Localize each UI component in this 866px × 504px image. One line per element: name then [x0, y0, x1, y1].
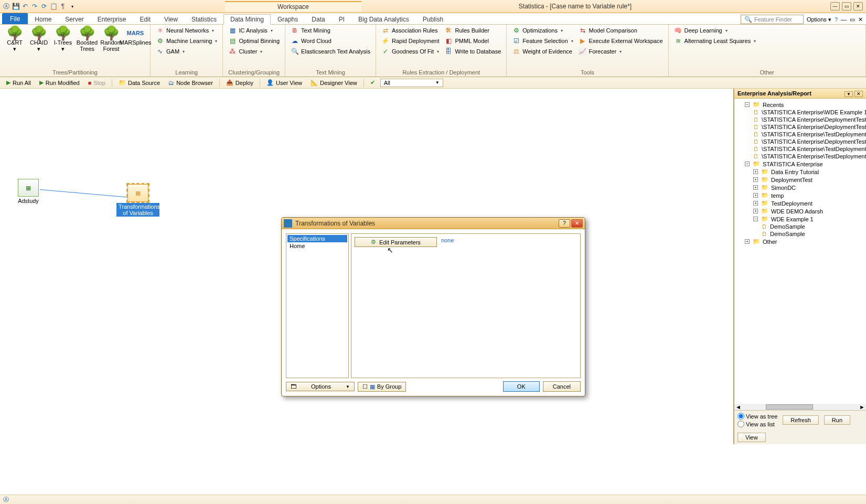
write-db-button[interactable]: 🗄Write to Database [442, 47, 503, 56]
node-adstudy[interactable]: ▦ Adstudy [18, 179, 39, 204]
association-rules-button[interactable]: ⇄Association Rules [379, 26, 442, 35]
feature-selection-button[interactable]: ☑Feature Selection▾ [510, 36, 575, 46]
chaid-button[interactable]: 🌳CHAID▾ [27, 26, 50, 53]
view-as-tree-radio[interactable]: View as tree [737, 413, 777, 420]
parameters-value[interactable]: none [441, 237, 454, 243]
dialog-help-button[interactable]: ? [559, 219, 570, 228]
optimizations-button[interactable]: ⚙Optimizations▾ [510, 26, 575, 35]
rapid-deployment-button[interactable]: ⚡Rapid Deployment [379, 36, 442, 46]
workspace-canvas[interactable]: ▦ Adstudy ▦ Transformations of Variables… [0, 89, 734, 444]
edit-parameters-button[interactable]: ⚙ Edit Parameters [355, 237, 437, 247]
optimal-binning-button[interactable]: ▤Optimal Binning [226, 36, 282, 46]
run-modified-button[interactable]: ▶Run Modified [36, 79, 83, 87]
doc-close-icon[interactable]: ✕ [858, 16, 863, 23]
model-comparison-button[interactable]: ⇆Model Comparison [576, 26, 665, 35]
tab-enterprise[interactable]: Enterprise [91, 14, 133, 24]
tree-recent-item[interactable]: \STATISTICA Enterprise\TestDeployment\M [753, 131, 864, 138]
undo-icon[interactable]: ↶ [21, 2, 29, 10]
tab-data[interactable]: Data [305, 14, 332, 24]
tab-server[interactable]: Server [58, 14, 90, 24]
scroll-thumb[interactable] [766, 404, 813, 410]
workspace-context-tab[interactable]: Workspace [225, 1, 361, 12]
forecaster-button[interactable]: 📈Forecaster▾ [576, 47, 665, 56]
enterprise-tree[interactable]: −Recents \STATISTICA Enterprise\WDE Exam… [734, 99, 866, 404]
tab-data-mining[interactable]: Data Mining [223, 14, 271, 25]
pmml-button[interactable]: ◧PMML Model [442, 36, 503, 46]
tree-folder-item[interactable]: +temp [753, 191, 864, 199]
collapse-icon[interactable]: − [745, 102, 750, 107]
save-icon[interactable]: 💾 [12, 2, 20, 10]
cancel-button[interactable]: Cancel [543, 381, 581, 392]
expand-icon[interactable]: + [753, 193, 758, 198]
woe-button[interactable]: ⚖Weight of Evidence [510, 47, 575, 56]
format-icon[interactable]: ¶ [59, 2, 67, 10]
cart-button[interactable]: 🌳C&RT▾ [3, 26, 26, 53]
tree-recents[interactable]: −Recents [745, 101, 864, 109]
tree-recent-item[interactable]: \STATISTICA Enterprise\DeploymentTest\Cr [753, 116, 864, 123]
tree-folder-item[interactable]: +DeploymentTest [753, 176, 864, 184]
dialog-titlebar[interactable]: Transformations of Variables ? ✕ [282, 218, 585, 229]
deploy-button[interactable]: 📤Deploy [223, 79, 256, 87]
redo-icon[interactable]: ↷ [30, 2, 39, 10]
scroll-left-icon[interactable]: ◄ [734, 404, 742, 410]
tree-folder-item[interactable]: +TestDeployment [753, 199, 864, 207]
paste-icon[interactable]: 📋 [49, 2, 58, 10]
data-source-button[interactable]: 📁Data Source [115, 79, 163, 87]
collapse-icon[interactable]: − [745, 162, 750, 166]
tab-pi[interactable]: PI [332, 14, 351, 24]
nav-home[interactable]: Home [287, 242, 347, 250]
doc-restore-icon[interactable]: ▭ [850, 16, 855, 23]
view-button[interactable]: View [737, 433, 766, 442]
qat-dropdown-icon[interactable]: ▾ [68, 2, 77, 10]
run-button[interactable]: Run [824, 415, 850, 425]
restore-button[interactable]: ▭ [842, 2, 851, 10]
expand-icon[interactable]: − [753, 217, 758, 221]
tree-other[interactable]: +Other [745, 238, 864, 245]
exec-ext-button[interactable]: ▶Execute External Workspace [576, 36, 665, 46]
word-cloud-button[interactable]: ☁Word Cloud [288, 36, 372, 46]
expand-icon[interactable]: + [753, 185, 758, 190]
panel-dropdown-button[interactable]: ▼ [844, 91, 853, 97]
tab-file[interactable]: File [2, 13, 28, 24]
stop-button[interactable]: ■Stop [85, 79, 109, 87]
close-button[interactable]: ✕ [853, 2, 863, 10]
expand-icon[interactable]: + [753, 201, 758, 206]
tree-folder-item[interactable]: −WDE Example 1 [753, 215, 864, 223]
feature-finder-input[interactable]: 🔍 Feature Finder [741, 15, 804, 24]
options-dropdown-button[interactable]: 🗔 Options ▼ [286, 382, 355, 391]
als-button[interactable]: ≋Alternating Least Squares▾ [672, 36, 758, 46]
filter-select[interactable]: All▼ [380, 79, 443, 87]
tree-recent-item[interactable]: \STATISTICA Enterprise\TestDeployment\Li [753, 145, 864, 153]
expand-icon[interactable]: + [745, 239, 750, 244]
options-dropdown[interactable]: Options ▾ [807, 16, 831, 23]
tree-leaf-item[interactable]: DemoSample [762, 223, 864, 230]
goodness-of-fit-button[interactable]: ✓Goodness Of Fit▾ [379, 47, 442, 56]
doc-minimize-icon[interactable]: — [841, 16, 847, 23]
tree-leaf-item[interactable]: DemoSample [762, 230, 864, 238]
designer-view-button[interactable]: 📐Designer View [307, 79, 360, 87]
marsplines-button[interactable]: MARSMARSplines [124, 26, 147, 47]
tree-folder-item[interactable]: +WDE DEMO Adarsh [753, 207, 864, 215]
ic-analysis-button[interactable]: ▦IC Analysis▾ [226, 26, 282, 35]
text-mining-button[interactable]: 🗎Text Mining [288, 26, 372, 35]
tab-graphs[interactable]: Graphs [271, 14, 305, 24]
filter-toggle-button[interactable]: ✔ [367, 79, 378, 87]
expand-icon[interactable]: + [753, 177, 758, 182]
cluster-button[interactable]: ⁂Cluster▾ [226, 47, 282, 56]
tree-folder-item[interactable]: +SimonDC [753, 184, 864, 191]
panel-close-button[interactable]: ✕ [854, 91, 863, 97]
elasticsearch-button[interactable]: 🔍Elasticsearch Text Analysis [288, 47, 372, 56]
tree-recent-item[interactable]: \STATISTICA Enterprise\TestDeployment\Li [753, 153, 864, 160]
dialog-close-button[interactable]: ✕ [571, 219, 583, 228]
tree-hscrollbar[interactable]: ◄ ► [734, 404, 866, 410]
tab-edit[interactable]: Edit [133, 14, 157, 24]
run-all-button[interactable]: ▶Run All [3, 79, 34, 87]
tab-view[interactable]: View [157, 14, 185, 24]
itrees-button[interactable]: 🌳I-Trees▾ [51, 26, 74, 53]
refresh-icon[interactable]: ⟳ [40, 2, 48, 10]
tab-statistics[interactable]: Statistics [185, 14, 223, 24]
tree-recent-item[interactable]: \STATISTICA Enterprise\DeploymentTest\Al [753, 123, 864, 131]
tab-big-data[interactable]: Big Data Analytics [351, 14, 416, 24]
tab-publish[interactable]: Publish [416, 14, 450, 24]
deep-learning-button[interactable]: 🧠Deep Learning▾ [672, 26, 758, 35]
